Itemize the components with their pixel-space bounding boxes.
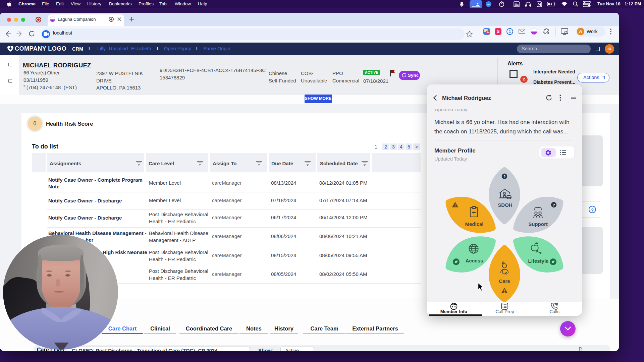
svg-text:SDOH: SDOH [498,202,512,208]
svg-text:Support: Support [528,221,548,227]
svg-text:Medical: Medical [465,221,483,227]
svg-text:Access: Access [466,258,483,263]
svg-text:Lifestyle: Lifestyle [528,258,549,264]
svg-text:?: ? [553,203,555,207]
svg-text:?: ? [503,175,506,179]
svg-text:Care: Care [499,278,510,284]
